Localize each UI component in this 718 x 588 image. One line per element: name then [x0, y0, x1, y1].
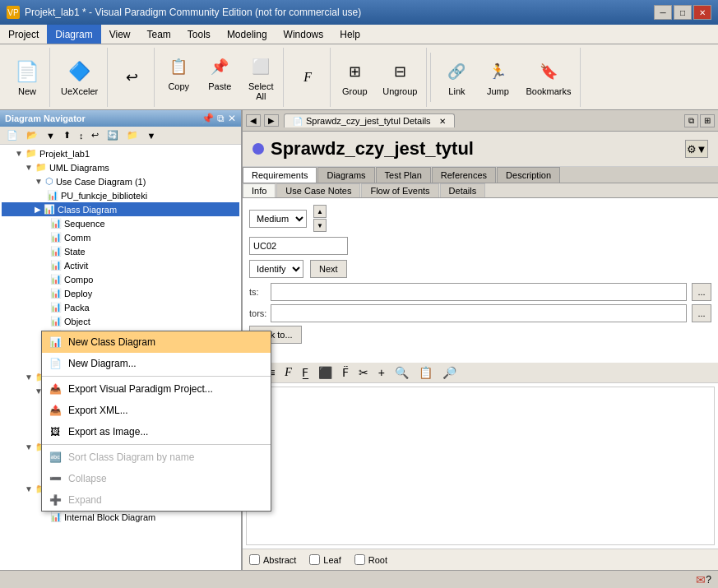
- format-btn8[interactable]: 📋: [415, 364, 437, 381]
- ctx-export-image[interactable]: 🖼 Export as Image...: [42, 421, 271, 442]
- menu-tools[interactable]: Tools: [179, 25, 219, 44]
- select-all-button[interactable]: ⬜ Select All: [242, 49, 280, 105]
- tab-nav-right[interactable]: ▶: [264, 114, 279, 127]
- maximize-button[interactable]: □: [674, 5, 692, 20]
- subtab-details[interactable]: Details: [440, 183, 486, 197]
- leaf-checkbox[interactable]: [309, 554, 320, 565]
- font-button[interactable]: F: [280, 364, 296, 381]
- ungroup-button[interactable]: ⊟ Ungroup: [377, 54, 423, 100]
- actors-browse-button[interactable]: ...: [692, 283, 711, 301]
- tab-nav-left[interactable]: ◀: [246, 114, 261, 127]
- format-btn7[interactable]: 🔍: [391, 364, 413, 381]
- nav-folder-button[interactable]: 📂: [23, 128, 41, 142]
- root-checkbox[interactable]: [354, 554, 365, 565]
- nav-home-button[interactable]: 📁: [123, 128, 141, 142]
- format-btn2[interactable]: F̲: [298, 364, 313, 381]
- ctx-export-vp[interactable]: 📤 Export Visual Paradigm Project...: [42, 378, 271, 400]
- ctx-export-xml[interactable]: 📤 Export XML...: [42, 400, 271, 421]
- copy-button[interactable]: 📋 Copy: [160, 49, 197, 105]
- description-text-area[interactable]: [246, 387, 715, 546]
- nav-pin-button[interactable]: 📌: [202, 113, 214, 124]
- priority-select[interactable]: Medium High Low: [249, 210, 307, 228]
- new-icon: 📄: [14, 58, 40, 85]
- content-float-btn[interactable]: ⧉: [684, 114, 698, 127]
- leaf-checkbox-container[interactable]: Leaf: [309, 554, 340, 565]
- tab-description[interactable]: Description: [497, 167, 560, 183]
- settings-button[interactable]: ⚙▼: [685, 140, 708, 158]
- nav-more-button[interactable]: ▼: [143, 129, 159, 142]
- menu-help[interactable]: Help: [331, 25, 368, 44]
- actors-input[interactable]: [271, 283, 687, 301]
- nav-refresh-button[interactable]: 🔄: [104, 128, 122, 142]
- tree-item-component1[interactable]: 📊 Compo: [2, 272, 239, 286]
- tree-item-object[interactable]: 📊 Object: [2, 314, 239, 328]
- format-btn6[interactable]: +: [374, 364, 389, 381]
- menu-project[interactable]: Project: [0, 25, 47, 44]
- format-btn3[interactable]: ⬛: [314, 364, 336, 381]
- tree-item-activity[interactable]: 📊 Activit: [2, 258, 239, 272]
- nav-sort-button[interactable]: ↕: [76, 129, 87, 142]
- ctx-new-diagram[interactable]: 📄 New Diagram...: [42, 353, 271, 374]
- minimize-button[interactable]: ─: [654, 5, 672, 20]
- nav-up-button[interactable]: ⬆: [60, 128, 74, 142]
- email-button[interactable]: ✉: [696, 573, 706, 586]
- tree-item-pu[interactable]: 📊 PU_funkcje_biblioteki: [2, 188, 239, 202]
- precond-input[interactable]: [271, 304, 687, 322]
- uc-id-input[interactable]: [249, 237, 348, 255]
- menu-view[interactable]: View: [101, 25, 139, 44]
- tab-label: Sprawdz_czy_jest_tytul Details: [306, 116, 431, 126]
- help-status-button[interactable]: ?: [706, 574, 711, 586]
- menu-team[interactable]: Team: [139, 25, 179, 44]
- undo-button[interactable]: ↩: [113, 60, 151, 95]
- tab-requirements[interactable]: Requirements: [243, 167, 317, 183]
- content-expand-btn[interactable]: ⊞: [700, 114, 715, 127]
- tab-diagrams[interactable]: Diagrams: [317, 167, 374, 183]
- tree-item-class[interactable]: ▶ 📊 Class Diagram: [2, 202, 239, 216]
- subtab-info[interactable]: Info: [243, 183, 276, 197]
- tree-item-sequence[interactable]: 📊 Sequence: [2, 216, 239, 230]
- jump-button[interactable]: 🏃 Jump: [479, 54, 516, 100]
- bookmarks-button[interactable]: 🔖 Bookmarks: [520, 54, 577, 100]
- tree-item-projekt[interactable]: ▼ 📁 Projekt_lab1: [2, 146, 239, 160]
- menu-diagram[interactable]: Diagram: [47, 25, 100, 44]
- tab-test-plan[interactable]: Test Plan: [376, 167, 431, 183]
- ctx-new-class-diagram[interactable]: 📊 New Class Diagram: [42, 331, 271, 353]
- tab-references[interactable]: References: [432, 167, 496, 183]
- group-button[interactable]: ⊞ Group: [336, 54, 373, 100]
- nav-new-button[interactable]: 📄: [3, 128, 21, 142]
- abstract-checkbox-container[interactable]: Abstract: [249, 554, 296, 565]
- nav-back-button[interactable]: ↩: [88, 128, 102, 142]
- precond-browse-button[interactable]: ...: [692, 304, 711, 322]
- priority-up-button[interactable]: [313, 205, 327, 218]
- subtab-flow-of-events[interactable]: Flow of Events: [361, 183, 438, 197]
- priority-down-button[interactable]: [313, 219, 327, 232]
- format-btn4[interactable]: F̈: [338, 364, 353, 381]
- link-button[interactable]: 🔗 Link: [438, 54, 475, 100]
- tree-item-comm[interactable]: 📊 Comm: [2, 230, 239, 244]
- uexceler-button[interactable]: 🔷 UeXceler: [55, 54, 104, 100]
- subtab-use-case-notes[interactable]: Use Case Notes: [276, 183, 360, 197]
- tree-item-state[interactable]: 📊 State: [2, 244, 239, 258]
- nav-float-button[interactable]: ⧉: [217, 113, 225, 124]
- abstract-checkbox[interactable]: [249, 554, 260, 565]
- tree-item-package[interactable]: 📊 Packa: [2, 300, 239, 314]
- close-button[interactable]: ✕: [693, 5, 711, 20]
- menu-windows[interactable]: Windows: [276, 25, 332, 44]
- content-tab[interactable]: 📄 Sprawdz_czy_jest_tytul Details ✕: [284, 113, 455, 127]
- root-checkbox-container[interactable]: Root: [354, 554, 387, 565]
- tree-item-ibd[interactable]: 📊 Internal Block Diagram: [2, 510, 239, 524]
- nav-close-button[interactable]: ✕: [228, 113, 236, 124]
- tree-item-deploy[interactable]: 📊 Deploy: [2, 286, 239, 300]
- nav-dropdown-button[interactable]: ▼: [43, 129, 58, 142]
- new-button[interactable]: 📄 New: [8, 54, 46, 100]
- format-btn9[interactable]: 🔎: [438, 364, 461, 381]
- tree-item-usecase[interactable]: ▼ ⬡ Use Case Diagram (1): [2, 174, 239, 188]
- tree-item-uml[interactable]: ▼ 📁 UML Diagrams: [2, 160, 239, 174]
- tab-close-icon[interactable]: ✕: [439, 117, 446, 126]
- format-btn5[interactable]: ✂: [354, 364, 373, 381]
- identify-select[interactable]: Identify: [249, 260, 303, 278]
- paste-button[interactable]: 📌 Paste: [201, 49, 239, 105]
- menu-modeling[interactable]: Modeling: [219, 25, 276, 44]
- f-button[interactable]: F: [289, 60, 327, 95]
- next-button[interactable]: Next: [310, 260, 347, 278]
